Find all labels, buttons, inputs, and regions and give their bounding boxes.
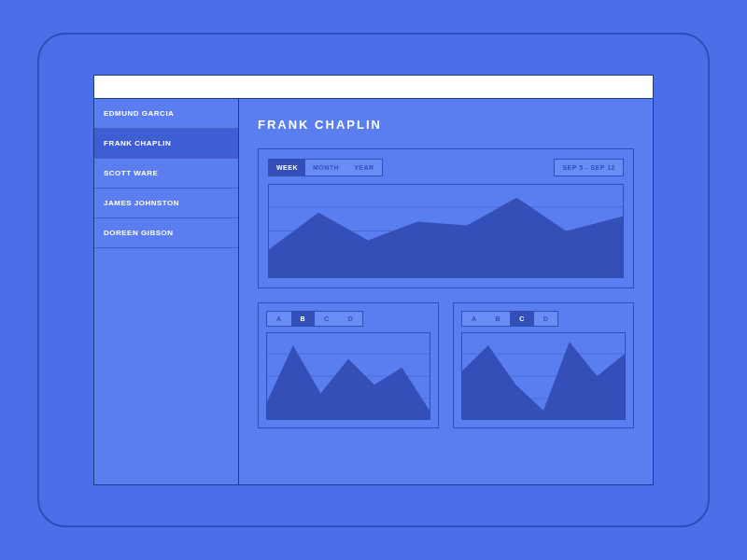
outer-frame: EDMUND GARCIA FRANK CHAPLIN SCOTT WARE J… (37, 33, 710, 527)
bottom-row: A B C D (258, 302, 634, 428)
left-seg-d-button[interactable]: D (339, 312, 363, 326)
sidebar-item-scott-ware[interactable]: SCOTT WARE (94, 159, 238, 189)
sidebar-item-frank-chaplin[interactable]: FRANK CHAPLIN (94, 129, 238, 159)
titlebar (94, 76, 653, 99)
right-seg-a-button[interactable]: A (462, 312, 486, 326)
left-seg-a-button[interactable]: A (267, 312, 291, 326)
sidebar-item-doreen-gibson[interactable]: DOREEN GIBSON (94, 218, 238, 248)
left-segmented-control: A B C D (266, 311, 363, 327)
right-seg-d-button[interactable]: D (534, 312, 558, 326)
period-week-button[interactable]: WEEK (269, 160, 305, 175)
sidebar-item-edmund-garcia[interactable]: EDMUND GARCIA (94, 99, 238, 129)
date-range-picker[interactable]: SEP 5 - SEP 12 (554, 159, 624, 176)
right-chart-card: A B C D (453, 302, 634, 428)
right-seg-c-button[interactable]: C (510, 312, 534, 326)
svg-marker-3 (269, 198, 623, 277)
left-chart-card: A B C D (258, 302, 439, 428)
top-card-controls: WEEK MONTH YEAR SEP 5 - SEP 12 (268, 159, 624, 176)
left-seg-c-button[interactable]: C (315, 312, 339, 326)
period-year-button[interactable]: YEAR (346, 160, 381, 175)
sidebar: EDMUND GARCIA FRANK CHAPLIN SCOTT WARE J… (94, 99, 239, 484)
right-chart (461, 332, 626, 420)
top-chart-card: WEEK MONTH YEAR SEP 5 - SEP 12 (258, 148, 634, 288)
app-window: EDMUND GARCIA FRANK CHAPLIN SCOTT WARE J… (93, 75, 654, 485)
main-content: FRANK CHAPLIN WEEK MONTH YEAR SEP 5 - SE… (239, 99, 653, 484)
period-month-button[interactable]: MONTH (305, 160, 346, 175)
left-chart (266, 332, 430, 420)
right-seg-b-button[interactable]: B (486, 312, 511, 326)
page-title: FRANK CHAPLIN (258, 118, 634, 132)
svg-marker-7 (267, 345, 430, 419)
window-body: EDMUND GARCIA FRANK CHAPLIN SCOTT WARE J… (94, 99, 653, 484)
right-segmented-control: A B C D (461, 311, 558, 327)
period-segmented-control: WEEK MONTH YEAR (268, 159, 383, 176)
top-chart (268, 184, 624, 278)
svg-marker-11 (462, 342, 625, 419)
sidebar-item-james-johnston[interactable]: JAMES JOHNSTON (94, 189, 238, 218)
left-seg-b-button[interactable]: B (291, 312, 316, 326)
